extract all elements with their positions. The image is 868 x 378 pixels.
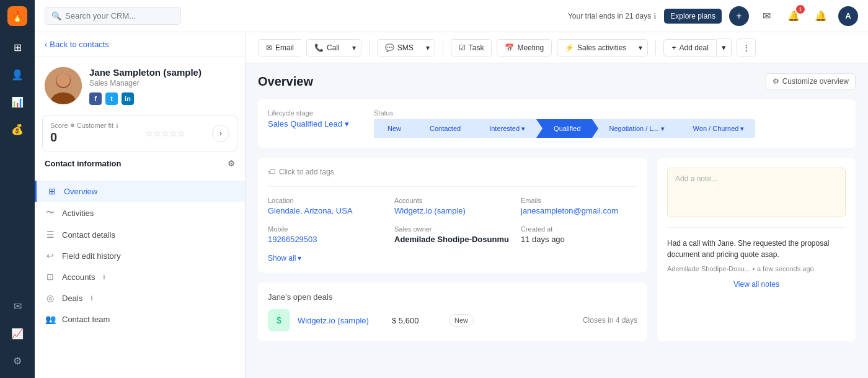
email-button[interactable]: ✉ [756, 6, 776, 26]
star-rating[interactable]: ☆☆☆☆☆ [145, 128, 185, 138]
stage-contacted[interactable]: Contacted [412, 119, 472, 138]
deal-close-date: Closes in 4 days [583, 316, 637, 325]
location-value[interactable]: Glendale, Arizona, USA [268, 206, 384, 215]
nav-item-accounts[interactable]: ⊡ Accounts ℹ [35, 266, 245, 287]
interested-dropdown-arrow[interactable]: ▾ [521, 125, 525, 133]
info-grid: Location Glendale, Arizona, USA Accounts… [268, 197, 637, 244]
toolbar-divider-1 [369, 40, 370, 55]
facebook-icon[interactable]: f [89, 92, 102, 105]
more-options-button[interactable]: ⋮ [737, 38, 756, 56]
add-button[interactable]: + [729, 6, 749, 26]
overview-area: Overview ⚙ Customize overview Lifecycle … [246, 63, 868, 351]
note-author: Ademilade Shodipe-Dosu... [667, 265, 750, 272]
stage-negotiation[interactable]: Negotiation / L... ▾ [592, 119, 676, 138]
overview-icon: ⊞ [46, 186, 58, 196]
sms-dropdown-arrow[interactable]: ▾ [421, 39, 435, 56]
lifecycle-stage-value[interactable]: Sales Qualified Lead ▾ [268, 119, 349, 128]
add-deal-button[interactable]: + Add deal [663, 39, 716, 56]
search-input[interactable] [65, 11, 174, 20]
nav-item-field-edit-history[interactable]: ↩ Field edit history [35, 245, 245, 266]
emails-value[interactable]: janesampleton@gmail.com [521, 206, 637, 215]
won-dropdown-arrow[interactable]: ▾ [740, 125, 744, 133]
explore-plans-button[interactable]: Explore plans [664, 9, 722, 24]
score-label: Score Customer fit ℹ [50, 122, 118, 129]
mobile-value[interactable]: 19266529503 [268, 235, 384, 244]
sales-activities-button[interactable]: ⚡ Sales activities [557, 39, 634, 56]
app-logo[interactable]: 🔥 [7, 6, 27, 26]
add-note-input[interactable]: Add a note... [667, 168, 846, 217]
call-toolbar-dropdown: 📞 Call ▾ [306, 39, 361, 56]
mobile-item: Mobile 19266529503 [268, 225, 384, 244]
contact-header: Jane Sampleton (sample) Sales Manager f … [35, 57, 245, 115]
nav-icon-contacts[interactable]: 👤 [6, 63, 29, 86]
lifecycle-dropdown-arrow[interactable]: ▾ [345, 119, 349, 128]
twitter-icon[interactable]: t [105, 92, 118, 105]
sales-activities-dropdown-arrow[interactable]: ▾ [634, 39, 648, 56]
deals-icon: ◎ [45, 293, 56, 303]
nav-icon-home[interactable]: ⊞ [6, 36, 29, 58]
note-text: Had a call with Jane. She requested the … [667, 238, 846, 260]
nav-item-overview[interactable]: ⊞ Overview [35, 181, 245, 202]
accounts-value[interactable]: Widgetz.io (sample) [394, 206, 511, 215]
deal-name[interactable]: Widgetz.io (sample) [298, 316, 384, 325]
nav-icon-deals[interactable]: 💰 [6, 118, 29, 140]
info-icon: ℹ [653, 12, 657, 20]
alert-button[interactable]: 🔔 [811, 6, 831, 26]
negotiation-dropdown-arrow[interactable]: ▾ [661, 125, 665, 133]
nav-item-deals[interactable]: ◎ Deals ℹ [35, 287, 245, 308]
add-deal-arrow[interactable]: ▾ [717, 38, 732, 56]
nav-icon-email[interactable]: ✉ [6, 295, 29, 317]
nav-icon-settings[interactable]: ⚙ [6, 349, 29, 372]
back-to-contacts-link[interactable]: ‹ Back to contacts [35, 32, 245, 57]
email-button[interactable]: ✉ Email [258, 39, 301, 56]
contact-details-icon: ☰ [45, 230, 56, 240]
score-expand-button[interactable]: › [212, 125, 229, 142]
deals-header: Jane's open deals [268, 292, 637, 302]
plus-icon: + [671, 43, 676, 52]
task-button[interactable]: ☑ Task [451, 39, 492, 56]
emails-label: Emails [521, 197, 637, 204]
note-time: a few seconds ago [757, 265, 814, 272]
call-dropdown-arrow[interactable]: ▾ [347, 39, 361, 56]
sales-owner-item: Sales owner Ademilade Shodipe-Dosunmu [394, 225, 511, 244]
user-avatar[interactable]: A [838, 6, 858, 26]
customize-overview-button[interactable]: ⚙ Customize overview [766, 73, 856, 89]
sidebar: ‹ Back to contacts Jane Sampleton (sampl… [35, 32, 246, 378]
score-value: 0 [50, 130, 118, 145]
stage-interested[interactable]: Interested ▾ [472, 119, 536, 138]
meeting-icon: 📅 [505, 43, 514, 52]
stage-qualified[interactable]: Qualified [536, 119, 591, 138]
lifecycle-stage-label: Lifecycle stage [268, 109, 349, 117]
nav-icon-reports[interactable]: 📊 [6, 91, 29, 113]
accounts-info-icon: ℹ [103, 274, 105, 281]
nav-item-activities[interactable]: 〜 Activities [35, 202, 245, 224]
tags-row[interactable]: 🏷 Click to add tags [268, 168, 637, 187]
accounts-item: Accounts Widgetz.io (sample) [394, 197, 511, 215]
deal-row: $ Widgetz.io (sample) $ 5,600 New Closes… [268, 309, 637, 331]
created-at-item: Created at 11 days ago [521, 225, 637, 244]
field-edit-icon: ↩ [45, 251, 56, 261]
notification-button[interactable]: 🔔 1 [784, 6, 804, 26]
show-all-button[interactable]: Show all ▾ [268, 254, 637, 263]
stage-won-churned[interactable]: Won / Churned ▾ [676, 119, 756, 138]
meeting-button[interactable]: 📅 Meeting [497, 39, 552, 56]
nav-item-contact-details[interactable]: ☰ Contact details [35, 224, 245, 245]
nav-item-contact-team[interactable]: 👥 Contact team [35, 308, 245, 330]
contact-info-gear-button[interactable]: ⚙ [228, 159, 235, 168]
toolbar-divider-2 [443, 40, 443, 55]
call-button[interactable]: 📞 Call [306, 39, 347, 56]
linkedin-icon[interactable]: in [122, 92, 134, 105]
note-item: Had a call with Jane. She requested the … [667, 238, 846, 272]
nav-icon-analytics[interactable]: 📈 [6, 322, 29, 344]
stage-new[interactable]: New [374, 119, 412, 138]
contact-avatar [45, 67, 82, 104]
mobile-label: Mobile [268, 225, 384, 233]
view-all-notes-link[interactable]: View all notes [667, 280, 846, 289]
sms-button[interactable]: 💬 SMS [377, 39, 421, 56]
deals-info-icon: ℹ [91, 295, 93, 302]
search-box[interactable]: 🔍 [45, 7, 181, 25]
notification-badge: 1 [796, 5, 805, 14]
lifecycle-stage-col: Lifecycle stage Sales Qualified Lead ▾ [268, 109, 349, 128]
task-icon: ☑ [459, 43, 466, 52]
contact-title: Sales Manager [89, 79, 202, 88]
